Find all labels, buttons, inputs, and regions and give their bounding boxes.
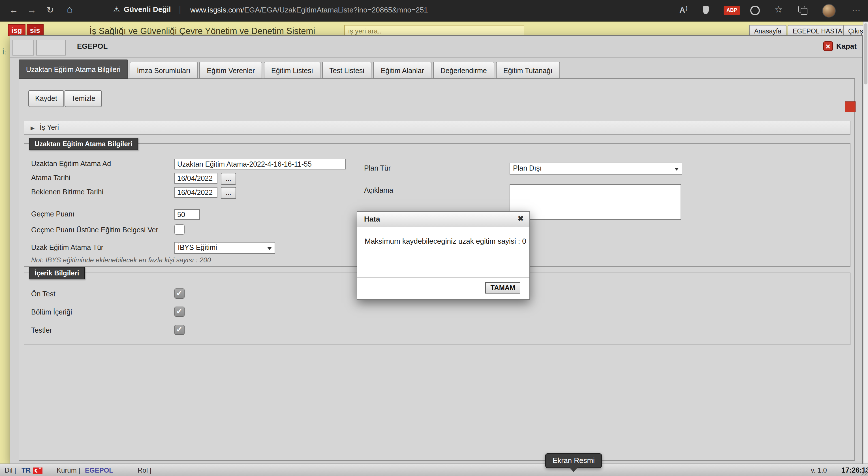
assignment-name-label: Uzaktan Eğitim Atama Ad	[31, 160, 111, 168]
assign-type-label: Uzak Eğitim Atama Tür	[31, 244, 103, 251]
chevron-down-icon	[267, 247, 272, 250]
institution-label: Kurum |	[57, 466, 81, 474]
favorites-icon[interactable]: ☆	[775, 4, 783, 15]
clear-button[interactable]: Temizle	[65, 90, 102, 107]
shield-icon[interactable]	[703, 6, 709, 14]
section-content-checkbox[interactable]	[175, 306, 185, 317]
status-bar: Dil | TR Kurum | EGEPOL Rol | v. 1.0 17:…	[0, 464, 868, 476]
assign-date-label: Atama Tarihi	[31, 174, 70, 182]
app-logo[interactable]: isg sis	[8, 24, 43, 36]
warning-icon: ⚠	[113, 5, 120, 13]
chevron-down-icon	[674, 168, 679, 171]
workplace-collapsible-section[interactable]: ▶ İş Yeri	[24, 121, 850, 135]
header-tab-stub	[36, 40, 66, 56]
app-title: İş Sağlığı ve Güvenliği Çevre Yönetim ve…	[89, 26, 315, 36]
pre-test-label: Ön Test	[31, 290, 56, 298]
plan-type-select[interactable]: Plan Dışı	[509, 162, 682, 175]
tab-egitim-listesi[interactable]: Eğitim Listesi	[264, 62, 320, 79]
logo-sis: sis	[27, 24, 43, 36]
language-value[interactable]: TR	[22, 466, 31, 474]
turkish-flag-icon	[33, 468, 42, 474]
extension-icon[interactable]	[750, 6, 760, 15]
toolbar-divider: |	[179, 4, 181, 13]
browser-toolbar: ← → ↻ ⌂ ⚠Güvenli Değil | www.isgsis.com/…	[0, 0, 868, 22]
dialog-title-bar: Hata ✖	[357, 212, 529, 227]
assign-type-select[interactable]: İBYS Eğitimi	[175, 242, 275, 254]
tab-degerlendirme[interactable]: Değerlendirme	[433, 62, 494, 79]
forward-icon[interactable]: →	[27, 4, 36, 16]
pass-score-label: Geçme Puanı	[31, 210, 74, 218]
home-icon[interactable]: ⌂	[67, 4, 73, 15]
assignment-section-badge: Uzaktan Eğitim Atama Bilgileri	[29, 138, 138, 150]
pre-test-checkbox[interactable]	[175, 289, 185, 299]
institution-value[interactable]: EGEPOL	[85, 466, 113, 474]
close-label: Kapat	[836, 42, 857, 51]
certificate-checkbox[interactable]	[175, 225, 185, 235]
security-indicator[interactable]: ⚠Güvenli Değil	[113, 5, 171, 13]
tests-checkbox[interactable]	[175, 325, 185, 335]
version-label: v. 1.0	[811, 466, 827, 474]
section-content-label: Bölüm İçeriği	[31, 308, 72, 316]
plan-type-label: Plan Tür	[364, 164, 391, 172]
read-aloud-icon[interactable]: A	[679, 5, 687, 14]
assign-date-picker-button[interactable]: ...	[221, 173, 236, 185]
pass-score-input[interactable]	[175, 209, 200, 220]
close-panel-button[interactable]: ✕ Kapat	[823, 41, 857, 51]
certificate-label: Geçme Puanı Üstüne Eğitim Belgesi Ver	[31, 226, 158, 234]
screen: ← → ↻ ⌂ ⚠Güvenli Değil | www.isgsis.com/…	[0, 0, 868, 476]
assign-type-value: İBYS Eğitimi	[178, 244, 217, 251]
end-date-picker-button[interactable]: ...	[221, 187, 236, 199]
back-icon[interactable]: ←	[9, 4, 18, 16]
more-menu-icon[interactable]: …	[851, 3, 861, 13]
page-scrollbar[interactable]	[863, 21, 868, 476]
tab-egitim-tutanagi[interactable]: Eğitim Tutanağı	[496, 62, 560, 79]
plan-type-value: Plan Dışı	[513, 164, 541, 172]
dialog-title: Hata	[364, 215, 380, 223]
dialog-footer: TAMAM	[357, 277, 529, 299]
profile-avatar[interactable]	[822, 4, 836, 18]
role-label: Rol |	[137, 466, 151, 474]
error-dialog: Hata ✖ Maksimum kaydebileceginiz uzak eg…	[357, 211, 530, 300]
panel-tabs: Uzaktan Eğitim Atama Bilgileri İmza Soru…	[19, 59, 560, 79]
panel-header: EGEPOL ✕ Kapat	[10, 36, 862, 58]
status-red-square	[845, 101, 856, 112]
expand-arrow-icon: ▶	[31, 125, 35, 131]
header-tab-stub	[12, 40, 34, 56]
tab-egitim-verenler[interactable]: Eğitim Verenler	[199, 62, 262, 79]
tab-egitim-alanlar[interactable]: Eğitim Alanlar	[373, 62, 431, 79]
dialog-body: Maksimum kaydebileceginiz uzak egitim sa…	[357, 227, 529, 277]
dialog-ok-button[interactable]: TAMAM	[485, 282, 520, 294]
description-textarea[interactable]	[509, 184, 681, 220]
collections-icon[interactable]	[798, 6, 805, 12]
side-nav-partial-text: İ:	[2, 48, 6, 56]
background-side-nav: İ:	[0, 41, 10, 464]
tab-imza-sorumlulari[interactable]: İmza Sorumluları	[129, 62, 197, 79]
end-date-label: Beklenen Bitirme Tarihi	[31, 188, 103, 196]
assignment-name-input[interactable]	[175, 159, 346, 170]
dialog-message: Maksimum kaydebileceginiz uzak egitim sa…	[365, 237, 526, 245]
language-label: Dil |	[4, 466, 16, 474]
address-bar[interactable]: www.isgsis.com/EGA/EGA/UzakEgitimAtamaLi…	[190, 6, 428, 14]
tab-uzaktan-egitim-atama-bilgileri[interactable]: Uzaktan Eğitim Atama Bilgileri	[19, 59, 128, 79]
panel-org-label: EGEPOL	[77, 42, 107, 51]
tests-label: Testler	[31, 326, 52, 334]
tab-test-listesi[interactable]: Test Listesi	[322, 62, 372, 79]
logo-isg: isg	[8, 24, 26, 36]
reload-icon[interactable]: ↻	[46, 4, 54, 16]
adblock-extension-badge[interactable]: ABP	[724, 6, 740, 15]
description-label: Açıklama	[364, 186, 393, 195]
workplace-section-label: İş Yeri	[40, 123, 59, 131]
assign-date-input[interactable]	[175, 173, 217, 184]
end-date-input[interactable]	[175, 187, 217, 198]
close-icon[interactable]: ✕	[823, 41, 833, 51]
scrollbar-thumb[interactable]	[864, 23, 867, 84]
ibys-note: Not: İBYS eğitiminde eklenebilecek en fa…	[31, 256, 211, 264]
content-section-badge: İçerik Bilgileri	[29, 267, 85, 279]
save-button[interactable]: Kaydet	[28, 90, 64, 107]
dialog-close-icon[interactable]: ✖	[518, 214, 524, 223]
screenshot-tooltip: Ekran Resmi	[545, 453, 602, 468]
